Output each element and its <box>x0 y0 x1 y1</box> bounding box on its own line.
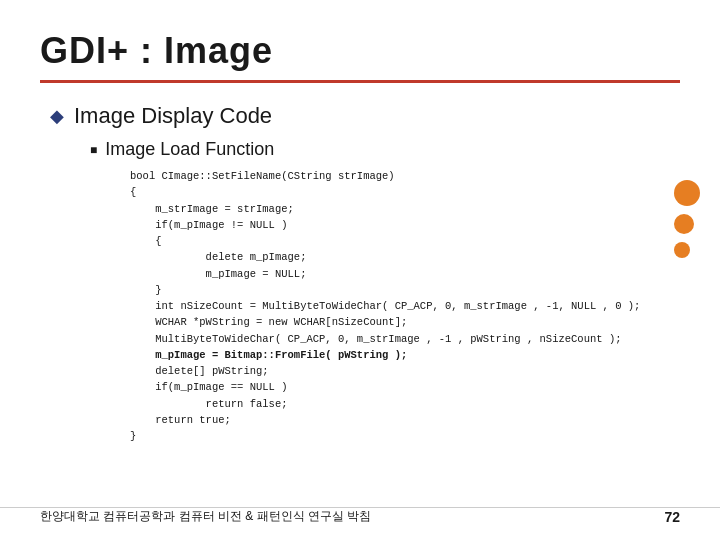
code-line-20: } <box>130 428 680 444</box>
slide-title: GDI+ : Image <box>40 30 680 72</box>
code-line-1: bool CImage::SetFileName(CString strImag… <box>130 168 680 184</box>
code-line-18: return false; <box>130 396 680 412</box>
square-icon: ■ <box>90 143 97 157</box>
code-line-3: m_strImage = strImage; <box>130 201 680 217</box>
circle-medium <box>674 214 694 234</box>
code-line-8: m_pImage = NULL; <box>130 266 680 282</box>
sub-bullet: ■ Image Load Function <box>90 139 680 160</box>
diamond-icon: ◆ <box>50 105 64 127</box>
code-block: bool CImage::SetFileName(CString strImag… <box>130 168 680 445</box>
slide: GDI+ : Image ◆ Image Display Code ■ Imag… <box>0 0 720 540</box>
footer-institution: 한양대학교 컴퓨터공학과 컴퓨터 비전 & 패턴인식 연구실 박침 <box>40 508 371 525</box>
code-line-6: { <box>130 233 680 249</box>
code-line-11: WCHAR *pWString = new WCHAR[nSizeCount]; <box>130 314 680 330</box>
circles-decoration <box>674 180 700 258</box>
code-line-15: delete[] pWString; <box>130 363 680 379</box>
code-line-14: m_pImage = Bitmap::FromFile( pWString ); <box>130 347 680 363</box>
code-line-2: { <box>130 184 680 200</box>
footer-page-number: 72 <box>664 509 680 525</box>
title-section: GDI+ : Image <box>40 30 680 83</box>
code-line-12: MultiByteToWideChar( CP_ACP, 0, m_strIma… <box>130 331 680 347</box>
code-line-5: if(m_pImage != NULL ) <box>130 217 680 233</box>
main-bullet: ◆ Image Display Code <box>50 103 680 129</box>
code-line-7: delete m_pImage; <box>130 249 680 265</box>
code-line-9: } <box>130 282 680 298</box>
code-line-17: if(m_pImage == NULL ) <box>130 379 680 395</box>
code-line-10: int nSizeCount = MultiByteToWideChar( CP… <box>130 298 680 314</box>
main-bullet-text: Image Display Code <box>74 103 272 129</box>
sub-bullet-text: Image Load Function <box>105 139 274 160</box>
footer: 한양대학교 컴퓨터공학과 컴퓨터 비전 & 패턴인식 연구실 박침 72 <box>0 507 720 525</box>
code-line-19: return true; <box>130 412 680 428</box>
circle-small <box>674 242 690 258</box>
circle-large <box>674 180 700 206</box>
bullet-section: ◆ Image Display Code ■ Image Load Functi… <box>50 103 680 445</box>
